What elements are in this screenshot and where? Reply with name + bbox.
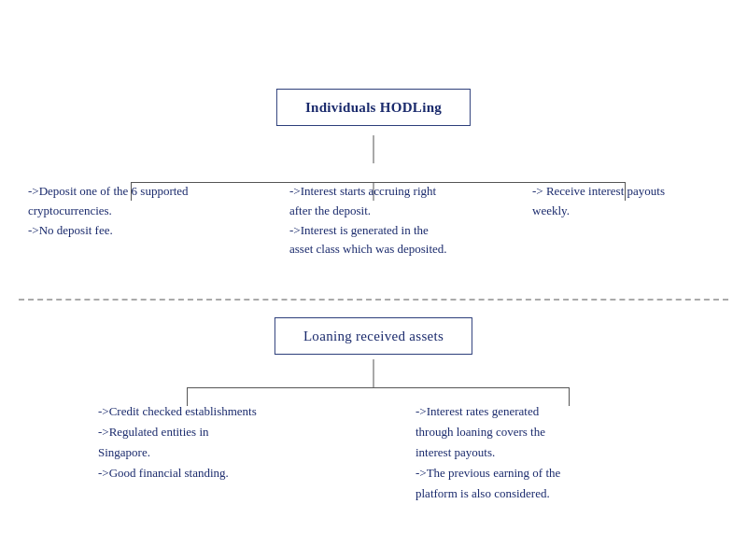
bottom-right-line2: through loaning covers the xyxy=(416,425,545,439)
top-box-label: Individuals HODLing xyxy=(305,100,442,115)
bottom-right-line5: platform is also considered. xyxy=(416,486,550,500)
bottom-columns: ->Credit checked establishments ->Regula… xyxy=(0,401,747,504)
top-left-line3: ->No deposit fee. xyxy=(28,223,113,237)
bottom-right-line4: ->The previous earning of the xyxy=(416,466,560,480)
bottom-box: Loaning received assets xyxy=(275,317,472,355)
bottom-right-line1: ->Interest rates generated xyxy=(416,404,539,418)
dashed-divider xyxy=(19,299,728,301)
top-left-line1: ->Deposit one of the 6 supported xyxy=(28,184,189,198)
connector-line-bottom xyxy=(374,359,374,387)
top-box: Individuals HODLing xyxy=(276,89,471,126)
bottom-left-line4: ->Good financial standing. xyxy=(98,466,229,480)
top-center-line3: ->Interest is generated in the xyxy=(289,223,429,237)
bottom-right-line3: interest payouts. xyxy=(416,445,495,459)
top-col-center: ->Interest starts accruing right after t… xyxy=(289,182,495,259)
top-right-line1: -> Receive interest payouts xyxy=(532,184,665,198)
bottom-col-left: ->Credit checked establishments ->Regula… xyxy=(98,401,313,504)
top-center-line2: after the deposit. xyxy=(289,203,371,217)
bottom-col-right: ->Interest rates generated through loani… xyxy=(416,401,649,504)
top-center-line4: asset class which was deposited. xyxy=(289,242,447,256)
page-container: Individuals HODLing ->Deposit one of the… xyxy=(0,0,747,560)
bottom-left-line2: ->Regulated entities in xyxy=(98,425,209,439)
top-col-right: -> Receive interest payouts weekly. xyxy=(532,182,719,259)
bottom-left-line3: Singapore. xyxy=(98,445,150,459)
top-center-line1: ->Interest starts accruing right xyxy=(289,184,436,198)
top-columns: ->Deposit one of the 6 supported cryptoc… xyxy=(0,182,747,259)
top-right-line2: weekly. xyxy=(532,203,570,217)
h-line-bottom xyxy=(187,387,570,388)
top-left-line2: cryptocurrencies. xyxy=(28,203,112,217)
bottom-box-label: Loaning received assets xyxy=(303,329,444,343)
connector-line-top xyxy=(374,135,374,163)
top-col-left: ->Deposit one of the 6 supported cryptoc… xyxy=(28,182,252,259)
bottom-left-line1: ->Credit checked establishments xyxy=(98,404,257,418)
